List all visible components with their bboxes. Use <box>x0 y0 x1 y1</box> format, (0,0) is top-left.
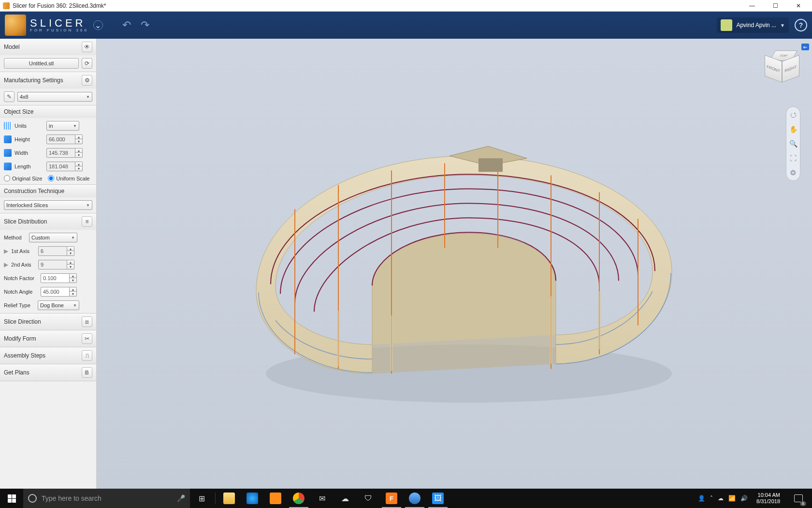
app-icon <box>3 2 10 9</box>
panel-header-slice-distribution: Slice Distribution ≡ <box>0 213 96 230</box>
height-input[interactable]: ▲▼ <box>46 134 83 144</box>
modify-form-button[interactable]: ✂ <box>82 333 92 344</box>
notch-factor-input[interactable]: ▲▼ <box>41 273 77 283</box>
relief-dropdown[interactable]: Dog Bone <box>38 300 79 310</box>
assembly-steps-button[interactable]: ⎍ <box>82 350 92 361</box>
notch-angle-input[interactable]: ▲▼ <box>41 287 77 297</box>
close-button[interactable]: ✕ <box>788 0 809 12</box>
zoom-button[interactable]: 🔍 <box>788 139 798 149</box>
panel-header-assembly-steps[interactable]: Assembly Steps ⎍ <box>0 347 96 364</box>
spin-down[interactable]: ▼ <box>70 278 76 283</box>
visibility-toggle-button[interactable]: 👁 <box>82 42 92 52</box>
slice-distribution-options-button[interactable]: ≡ <box>82 216 92 227</box>
taskbar-slicer[interactable] <box>403 489 426 508</box>
spin-down[interactable]: ▼ <box>67 251 74 255</box>
axis2-input[interactable]: ▲▼ <box>38 260 74 269</box>
tray-volume-icon[interactable]: 🔊 <box>740 495 748 502</box>
maximize-button[interactable]: ☐ <box>765 0 786 12</box>
display-settings-button[interactable]: ❂ <box>788 168 798 178</box>
context-menu-button[interactable]: ⌄ <box>93 20 103 30</box>
taskbar-search[interactable]: Type here to search 🎤 <box>23 489 190 508</box>
length-input[interactable]: ▲▼ <box>46 162 83 171</box>
tray-clock[interactable]: 10:04 AM 8/31/2018 <box>753 492 784 505</box>
spin-up[interactable]: ▲ <box>70 287 76 292</box>
spin-up[interactable]: ▲ <box>75 162 82 166</box>
spin-down[interactable]: ▼ <box>75 153 82 157</box>
view-tools: ⭯ ✋ 🔍 ⛶ ❂ <box>786 106 800 181</box>
undo-button[interactable]: ↶ <box>122 19 131 31</box>
tray-wifi-icon[interactable]: 📶 <box>728 495 736 502</box>
tool-icon: ✂ <box>85 335 89 342</box>
taskbar-security[interactable]: 🛡 <box>357 489 380 508</box>
search-placeholder: Type here to search <box>42 494 172 502</box>
spin-down[interactable]: ▼ <box>75 139 82 144</box>
taskbar-photos[interactable]: 🖼 <box>426 489 450 508</box>
panel-header-modify-form[interactable]: Modify Form ✂ <box>0 330 96 347</box>
taskbar-file-explorer[interactable] <box>218 489 241 508</box>
fit-button[interactable]: ⛶ <box>788 153 798 163</box>
play-icon[interactable]: ▶ <box>4 261 8 268</box>
taskbar-movies[interactable] <box>264 489 287 508</box>
mic-icon[interactable]: 🎤 <box>177 494 185 502</box>
taskbar-mail[interactable]: ✉ <box>310 489 334 508</box>
spin-down[interactable]: ▼ <box>75 166 82 171</box>
slice-direction-button[interactable]: ⧈ <box>82 316 92 327</box>
panel-modify-form: Modify Form ✂ <box>0 330 96 347</box>
dropdown-value: Custom <box>31 235 50 240</box>
import-file-button[interactable]: Untitled.stl <box>4 58 79 69</box>
notch-angle-field[interactable] <box>41 287 70 297</box>
axis1-input[interactable]: ▲▼ <box>38 246 74 256</box>
spin-up[interactable]: ▲ <box>67 247 74 251</box>
length-field[interactable] <box>46 162 75 171</box>
avatar-icon <box>721 19 732 31</box>
help-button[interactable]: ? <box>795 19 807 31</box>
spin-up[interactable]: ▲ <box>75 149 82 153</box>
spin-down[interactable]: ▼ <box>70 292 76 296</box>
taskbar-weather[interactable]: ☁ <box>334 489 357 508</box>
redo-button[interactable]: ↷ <box>141 19 149 31</box>
axis2-field[interactable] <box>38 260 67 269</box>
panel-header-model: Model 👁 <box>0 39 96 55</box>
play-icon[interactable]: ▶ <box>4 248 8 254</box>
tray-people-icon[interactable]: 👤 <box>698 495 705 502</box>
taskbar-chrome[interactable] <box>287 489 310 508</box>
panel-header-slice-direction[interactable]: Slice Direction ⧈ <box>0 314 96 330</box>
manufacturing-preset-dropdown[interactable]: 4x8 <box>17 92 92 102</box>
spin-up[interactable]: ▲ <box>70 274 76 278</box>
window-titlebar: Slicer for Fusion 360: 2Sliced.3dmk* — ☐… <box>0 0 812 12</box>
axis1-field[interactable] <box>38 246 67 256</box>
method-dropdown[interactable]: Custom <box>29 233 77 242</box>
settings-button[interactable]: ⚙ <box>82 75 92 86</box>
minimize-button[interactable]: — <box>741 0 763 12</box>
construction-technique-dropdown[interactable]: Interlocked Slices <box>4 200 92 210</box>
original-size-radio[interactable]: Original Size <box>4 175 42 181</box>
panel-header-get-plans[interactable]: Get Plans 🗎 <box>0 364 96 381</box>
height-field[interactable] <box>46 134 75 144</box>
reload-button[interactable]: ⟳ <box>82 58 92 69</box>
notch-factor-field[interactable] <box>41 273 70 283</box>
taskbar-fusion360[interactable]: F <box>380 489 403 508</box>
get-plans-button[interactable]: 🗎 <box>82 367 92 378</box>
viewport-3d[interactable]: ⇤ TOP FRONT RIGHT ⭯ ✋ 🔍 ⛶ ❂ <box>97 39 812 489</box>
method-label: Method <box>4 235 26 240</box>
edit-preset-button[interactable]: ✎ <box>4 91 14 102</box>
taskbar-edge[interactable] <box>241 489 264 508</box>
action-center-button[interactable]: 8 <box>789 489 808 508</box>
spin-up[interactable]: ▲ <box>75 135 82 139</box>
history-nav: ↶ ↷ <box>122 19 149 31</box>
uniform-scale-radio[interactable]: Uniform Scale <box>48 175 89 181</box>
start-button[interactable] <box>0 489 23 508</box>
tray-onedrive-icon[interactable]: ☁ <box>718 495 724 502</box>
user-menu[interactable]: Apvind Apvin ... ▼ <box>717 17 789 33</box>
task-view-button[interactable]: ⊞ <box>190 489 213 508</box>
tray-expand-icon[interactable]: ˄ <box>710 495 713 502</box>
pan-button[interactable]: ✋ <box>788 124 798 134</box>
hide-viewcube-button[interactable]: ⇤ <box>801 44 809 50</box>
width-input[interactable]: ▲▼ <box>46 148 83 158</box>
spin-down[interactable]: ▼ <box>67 265 74 269</box>
width-field[interactable] <box>46 148 75 158</box>
orbit-button[interactable]: ⭯ <box>788 110 798 120</box>
units-dropdown[interactable]: in <box>46 121 79 131</box>
spin-up[interactable]: ▲ <box>67 260 74 265</box>
viewcube[interactable]: TOP FRONT RIGHT <box>765 47 798 81</box>
